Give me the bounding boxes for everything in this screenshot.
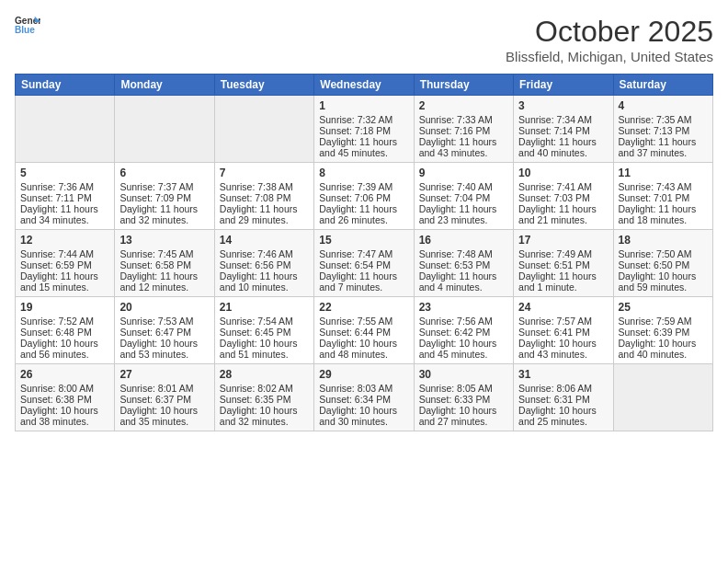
sunset-text: Sunset: 7:08 PM <box>220 192 291 203</box>
sunrise-text: Sunrise: 7:46 AM <box>220 248 293 259</box>
weekday-header-friday: Friday <box>514 75 613 96</box>
sunrise-text: Sunrise: 7:50 AM <box>619 248 692 259</box>
sunrise-text: Sunrise: 7:47 AM <box>319 248 392 259</box>
day-number: 16 <box>419 234 508 247</box>
day-number: 30 <box>419 368 508 381</box>
daylight-text: Daylight: 10 hours and 32 minutes. <box>220 405 298 427</box>
sunrise-text: Sunrise: 7:41 AM <box>518 181 592 192</box>
calendar-cell <box>115 96 214 163</box>
daylight-text: Daylight: 11 hours and 10 minutes. <box>220 270 298 293</box>
weekday-header-sunday: Sunday <box>16 75 115 96</box>
calendar-cell: 20Sunrise: 7:53 AMSunset: 6:47 PMDayligh… <box>115 297 214 364</box>
day-number: 20 <box>119 301 209 314</box>
sunrise-text: Sunrise: 8:06 AM <box>518 383 592 394</box>
sunset-text: Sunset: 6:31 PM <box>518 394 590 405</box>
sunrise-text: Sunrise: 8:05 AM <box>419 383 493 394</box>
calendar-cell: 17Sunrise: 7:49 AMSunset: 6:51 PMDayligh… <box>514 230 613 297</box>
sunrise-text: Sunrise: 7:54 AM <box>220 316 293 327</box>
day-number: 9 <box>419 167 508 179</box>
daylight-text: Daylight: 10 hours and 56 minutes. <box>20 338 98 360</box>
calendar-week-3: 12Sunrise: 7:44 AMSunset: 6:59 PMDayligh… <box>16 230 713 297</box>
sunset-text: Sunset: 7:14 PM <box>518 125 590 136</box>
logo-icon: General Blue <box>15 15 40 35</box>
daylight-text: Daylight: 11 hours and 34 minutes. <box>20 203 98 225</box>
daylight-text: Daylight: 11 hours and 32 minutes. <box>119 203 198 225</box>
daylight-text: Daylight: 10 hours and 38 minutes. <box>20 405 98 427</box>
sunrise-text: Sunrise: 7:57 AM <box>518 316 592 327</box>
day-number: 2 <box>419 99 508 112</box>
calendar-cell: 9Sunrise: 7:40 AMSunset: 7:04 PMDaylight… <box>414 163 513 230</box>
day-number: 1 <box>319 99 408 112</box>
sunset-text: Sunset: 7:09 PM <box>119 192 191 203</box>
daylight-text: Daylight: 10 hours and 43 minutes. <box>518 338 597 360</box>
daylight-text: Daylight: 11 hours and 15 minutes. <box>20 270 98 293</box>
sunset-text: Sunset: 6:35 PM <box>220 394 291 405</box>
weekday-header-tuesday: Tuesday <box>214 75 313 96</box>
daylight-text: Daylight: 10 hours and 27 minutes. <box>419 405 497 427</box>
day-number: 27 <box>119 368 209 381</box>
day-number: 25 <box>619 301 708 314</box>
sunset-text: Sunset: 7:13 PM <box>619 125 690 136</box>
weekday-header-row: SundayMondayTuesdayWednesdayThursdayFrid… <box>16 75 713 96</box>
daylight-text: Daylight: 11 hours and 43 minutes. <box>419 136 497 158</box>
day-number: 28 <box>220 368 309 381</box>
calendar-cell: 6Sunrise: 7:37 AMSunset: 7:09 PMDaylight… <box>115 163 214 230</box>
sunrise-text: Sunrise: 7:40 AM <box>419 181 493 192</box>
calendar-cell: 14Sunrise: 7:46 AMSunset: 6:56 PMDayligh… <box>214 230 313 297</box>
daylight-text: Daylight: 11 hours and 4 minutes. <box>419 270 497 293</box>
calendar-week-2: 5Sunrise: 7:36 AMSunset: 7:11 PMDaylight… <box>16 163 713 230</box>
calendar-cell: 1Sunrise: 7:32 AMSunset: 7:18 PMDaylight… <box>314 96 414 163</box>
sunset-text: Sunset: 6:41 PM <box>518 327 590 338</box>
sunrise-text: Sunrise: 7:49 AM <box>518 248 592 259</box>
daylight-text: Daylight: 11 hours and 21 minutes. <box>518 203 597 225</box>
day-number: 17 <box>518 234 608 247</box>
sunrise-text: Sunrise: 7:56 AM <box>419 316 493 327</box>
day-number: 4 <box>619 99 708 112</box>
calendar-cell: 13Sunrise: 7:45 AMSunset: 6:58 PMDayligh… <box>115 230 214 297</box>
day-number: 3 <box>518 99 608 112</box>
sunset-text: Sunset: 6:58 PM <box>119 259 191 270</box>
sunset-text: Sunset: 7:18 PM <box>319 125 391 136</box>
day-number: 8 <box>319 167 408 179</box>
daylight-text: Daylight: 11 hours and 18 minutes. <box>619 203 697 225</box>
weekday-header-wednesday: Wednesday <box>314 75 414 96</box>
day-number: 15 <box>319 234 408 247</box>
daylight-text: Daylight: 10 hours and 59 minutes. <box>619 270 697 293</box>
sunset-text: Sunset: 6:59 PM <box>20 259 92 270</box>
calendar-cell: 21Sunrise: 7:54 AMSunset: 6:45 PMDayligh… <box>214 297 313 364</box>
sunrise-text: Sunrise: 7:34 AM <box>518 114 592 125</box>
calendar-cell: 22Sunrise: 7:55 AMSunset: 6:44 PMDayligh… <box>314 297 414 364</box>
day-number: 11 <box>619 167 708 179</box>
calendar-cell: 28Sunrise: 8:02 AMSunset: 6:35 PMDayligh… <box>214 364 313 431</box>
sunrise-text: Sunrise: 7:52 AM <box>20 316 94 327</box>
sunset-text: Sunset: 6:42 PM <box>419 327 491 338</box>
sunrise-text: Sunrise: 8:00 AM <box>20 383 94 394</box>
day-number: 7 <box>220 167 309 179</box>
sunrise-text: Sunrise: 7:38 AM <box>220 181 293 192</box>
sunrise-text: Sunrise: 7:36 AM <box>20 181 94 192</box>
calendar-week-1: 1Sunrise: 7:32 AMSunset: 7:18 PMDaylight… <box>16 96 713 163</box>
day-number: 5 <box>20 167 109 179</box>
daylight-text: Daylight: 11 hours and 29 minutes. <box>220 203 298 225</box>
sunset-text: Sunset: 6:54 PM <box>319 259 391 270</box>
sunrise-text: Sunrise: 7:43 AM <box>619 181 692 192</box>
daylight-text: Daylight: 10 hours and 48 minutes. <box>319 338 397 360</box>
calendar-cell: 3Sunrise: 7:34 AMSunset: 7:14 PMDaylight… <box>514 96 613 163</box>
calendar-week-4: 19Sunrise: 7:52 AMSunset: 6:48 PMDayligh… <box>16 297 713 364</box>
sunset-text: Sunset: 6:51 PM <box>518 259 590 270</box>
day-number: 24 <box>518 301 608 314</box>
daylight-text: Daylight: 11 hours and 45 minutes. <box>319 136 397 158</box>
sunset-text: Sunset: 7:01 PM <box>619 192 690 203</box>
calendar-cell: 26Sunrise: 8:00 AMSunset: 6:38 PMDayligh… <box>16 364 115 431</box>
daylight-text: Daylight: 11 hours and 1 minute. <box>518 270 597 293</box>
sunrise-text: Sunrise: 7:44 AM <box>20 248 94 259</box>
title-block: October 2025 Blissfield, Michigan, Unite… <box>506 15 713 64</box>
sunset-text: Sunset: 7:11 PM <box>20 192 92 203</box>
sunrise-text: Sunrise: 7:39 AM <box>319 181 392 192</box>
calendar-cell: 7Sunrise: 7:38 AMSunset: 7:08 PMDaylight… <box>214 163 313 230</box>
sunrise-text: Sunrise: 7:37 AM <box>119 181 193 192</box>
day-number: 31 <box>518 368 608 381</box>
sunset-text: Sunset: 6:37 PM <box>119 394 191 405</box>
sunrise-text: Sunrise: 7:35 AM <box>619 114 692 125</box>
month-title: October 2025 <box>506 15 713 49</box>
